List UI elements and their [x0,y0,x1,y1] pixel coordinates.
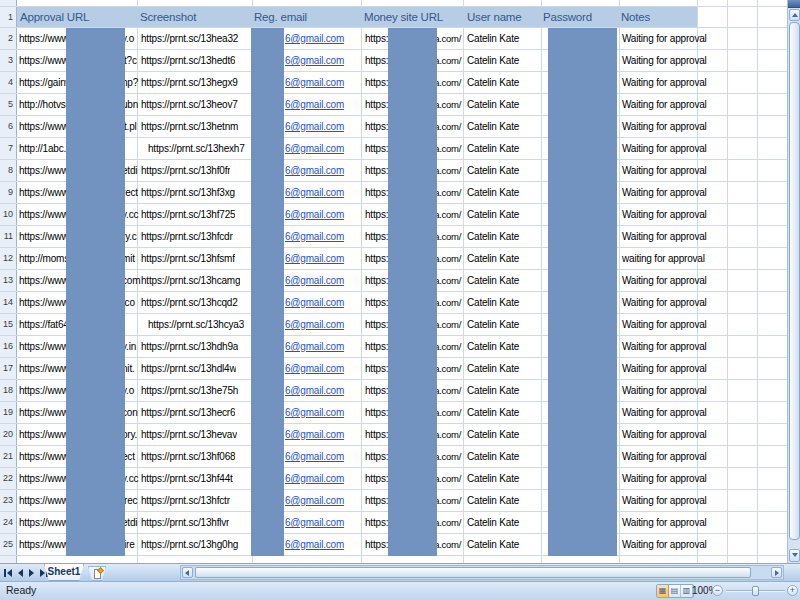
cell-approval-url[interactable]: https://www. [19,116,71,137]
cell-money-site-url[interactable]: https: [365,270,388,291]
cell-approval-url[interactable]: https://www. [19,204,71,225]
cell-notes[interactable]: Waiting for approval [622,380,707,401]
row-number[interactable]: 11 [0,226,17,247]
cell-reg-email-link[interactable]: 6@gmail.com [285,94,344,115]
row-number[interactable]: 12 [0,248,17,269]
cell-screenshot-url[interactable]: https://prnt.sc/13hexh7 [148,138,245,159]
cell-notes[interactable]: Waiting for approval [622,204,707,225]
cell-money-site-url[interactable]: https: [365,50,388,71]
cell-user-name[interactable]: Catelin Kate [467,72,519,93]
cell-screenshot-url[interactable]: https://prnt.sc/13hf3xg [141,182,235,203]
cell-approval-url[interactable]: https://www. [19,490,71,511]
cell-approval-url[interactable]: https://www. [19,226,71,247]
page-layout-view-button[interactable]: ▤ [669,585,681,597]
cell-user-name[interactable]: Catelin Kate [467,116,519,137]
cell-approval-url[interactable]: https://www. [19,160,71,181]
cell-user-name[interactable]: Catelin Kate [467,248,519,269]
cell-money-site-url[interactable]: https: [365,160,388,181]
cell-approval-url[interactable]: https://www. [19,446,71,467]
cell-reg-email-link[interactable]: 6@gmail.com [285,358,344,379]
cell-money-site-url[interactable]: https: [365,358,388,379]
cell-notes[interactable]: waiting for approval [622,248,705,269]
row-number[interactable]: 21 [0,446,17,467]
cell-user-name[interactable]: Catelin Kate [467,380,519,401]
row-number[interactable]: 16 [0,336,17,357]
row-number[interactable]: 15 [0,314,17,335]
cell-screenshot-url[interactable]: https://prnt.sc/13hfctr [141,490,230,511]
cell-reg-email-link[interactable]: 6@gmail.com [285,336,344,357]
header-user-name[interactable]: User name [467,7,521,27]
cell-user-name[interactable]: Catelin Kate [467,292,519,313]
row-number[interactable]: 1 [0,7,17,27]
scroll-right-button[interactable] [771,567,782,578]
cell-screenshot-url[interactable]: https://prnt.sc/13hecr6 [141,402,235,423]
cell-user-name[interactable]: Catelin Kate [467,270,519,291]
cell-notes[interactable]: Waiting for approval [622,336,707,357]
row-number[interactable]: 14 [0,292,17,313]
header-password[interactable]: Password [543,7,592,27]
cell-screenshot-url[interactable]: https://prnt.sc/13hcamg [141,270,240,291]
row-number[interactable]: 7 [0,138,17,159]
cell-approval-url[interactable]: https://gainw [19,72,73,93]
cell-screenshot-url[interactable]: https://prnt.sc/13hdl4w [141,358,236,379]
row-number[interactable]: 24 [0,512,17,533]
cell-approval-url[interactable]: https://www. [19,182,71,203]
insert-worksheet-button[interactable] [88,566,106,581]
cell-screenshot-url[interactable]: https://prnt.sc/13hfcdr [141,226,233,247]
cell-screenshot-url[interactable]: https://prnt.sc/13hcqd2 [141,292,238,313]
cell-notes[interactable]: Waiting for approval [622,358,707,379]
cell-screenshot-url[interactable]: https://prnt.sc/13he75h [141,380,238,401]
row-number[interactable]: 25 [0,534,17,555]
cell-notes[interactable]: Waiting for approval [622,424,707,445]
cell-user-name[interactable]: Catelin Kate [467,314,519,335]
cell-user-name[interactable]: Catelin Kate [467,468,519,489]
cell-money-site-url[interactable]: https: [365,336,388,357]
cell-notes[interactable]: Waiting for approval [622,160,707,181]
cell-notes[interactable]: Waiting for approval [622,72,707,93]
cell-reg-email-link[interactable]: 6@gmail.com [285,160,344,181]
cell-money-site-url[interactable]: https: [365,380,388,401]
cell-money-site-url[interactable]: https: [365,490,388,511]
cell-money-site-url[interactable]: https: [365,512,388,533]
row-number[interactable]: 2 [0,28,17,49]
zoom-slider[interactable] [752,586,759,596]
cell-screenshot-url[interactable]: https://prnt.sc/13hegx9 [141,72,238,93]
cell-reg-email-link[interactable]: 6@gmail.com [285,424,344,445]
cell-notes[interactable]: Waiting for approval [622,182,707,203]
cell-screenshot-url[interactable]: https://prnt.sc/13hf068 [141,446,235,467]
cell-reg-email-link[interactable]: 6@gmail.com [285,72,344,93]
cell-reg-email-link[interactable]: 6@gmail.com [285,204,344,225]
cell-reg-email-link[interactable]: 6@gmail.com [285,292,344,313]
cell-notes[interactable]: Waiting for approval [622,50,707,71]
cell-notes[interactable]: Waiting for approval [622,116,707,137]
cell-money-site-url[interactable]: https: [365,314,388,335]
header-reg-email[interactable]: Reg. email [254,7,307,27]
cell-reg-email-link[interactable]: 6@gmail.com [285,182,344,203]
cell-reg-email-link[interactable]: 6@gmail.com [285,512,344,533]
vertical-scroll-thumb[interactable] [789,22,800,540]
cell-user-name[interactable]: Catelin Kate [467,204,519,225]
cell-money-site-url[interactable]: https: [365,248,388,269]
cell-money-site-url[interactable]: https: [365,94,388,115]
cell-money-site-url[interactable]: https: [365,468,388,489]
horizontal-scrollbar[interactable] [180,565,784,580]
cell-approval-url[interactable]: https://www. [19,380,71,401]
cell-reg-email-link[interactable]: 6@gmail.com [285,380,344,401]
cell-reg-email-link[interactable]: 6@gmail.com [285,28,344,49]
cell-reg-email-link[interactable]: 6@gmail.com [285,270,344,291]
row-number[interactable]: 4 [0,72,17,93]
cell-money-site-url[interactable]: https: [365,28,388,49]
cell-screenshot-url[interactable]: https://prnt.sc/13heov7 [141,94,238,115]
cell-notes[interactable]: Waiting for approval [622,314,707,335]
cell-notes[interactable]: Waiting for approval [622,28,707,49]
scroll-down-button[interactable] [789,549,800,562]
cell-approval-url[interactable]: https://www. [19,50,71,71]
header-money-site-url[interactable]: Money site URL [364,7,443,27]
cell-user-name[interactable]: Catelin Kate [467,160,519,181]
first-sheet-button[interactable] [3,568,13,578]
row-number[interactable]: 5 [0,94,17,115]
row-number[interactable]: 9 [0,182,17,203]
cell-money-site-url[interactable]: https: [365,534,388,555]
row-number[interactable]: 8 [0,160,17,181]
row-number[interactable]: 20 [0,424,17,445]
